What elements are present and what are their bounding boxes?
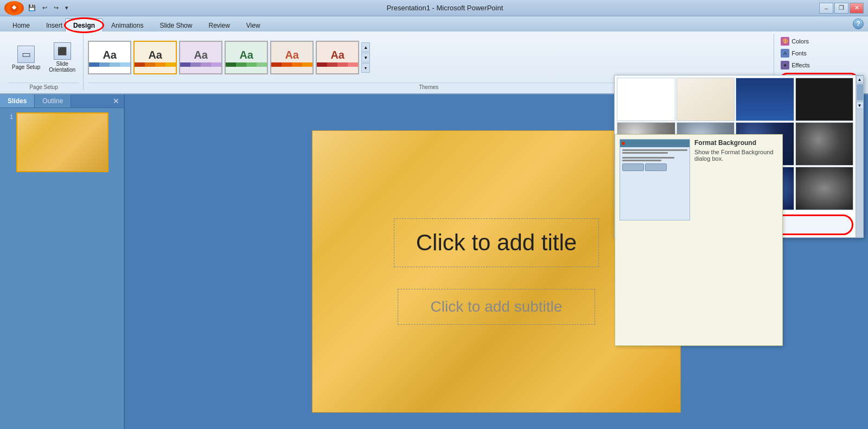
effects-label: Effects — [792, 62, 809, 68]
window-controls: – ❐ ✕ — [819, 3, 864, 14]
sidebar-tab-slides[interactable]: Slides — [0, 94, 35, 108]
bg-swatch-4[interactable] — [795, 78, 854, 121]
themes-gallery: Aa Aa Aa Aa — [88, 34, 769, 81]
theme-scroll-down[interactable]: ▼ — [361, 53, 370, 62]
sidebar: Slides Outline ✕ 1 — [0, 94, 125, 429]
office-button[interactable]: ❖ — [4, 1, 24, 15]
tab-home[interactable]: Home — [4, 18, 38, 31]
title-bar: ❖ 💾 ↩ ↪ ▾ Presentation1 - Microsoft Powe… — [0, 0, 868, 16]
dropdown-scrollbar: ▲ ▼ — [856, 75, 863, 237]
theme-item-4[interactable]: Aa — [225, 41, 268, 74]
tooltip-line-2 — [622, 152, 668, 154]
bg-swatch-12[interactable] — [795, 167, 854, 210]
tooltip-line-3 — [622, 157, 674, 159]
fonts-label: Fonts — [792, 50, 807, 56]
slides-panel: 1 — [0, 108, 124, 429]
slide-title-placeholder: Click to add title — [416, 230, 577, 255]
fonts-icon: A — [781, 49, 789, 58]
tab-slideshow[interactable]: Slide Show — [151, 18, 200, 31]
slide-thumb-image-1[interactable] — [16, 112, 108, 172]
ribbon-tabs: Home Insert Design Animations Slide Show… — [0, 16, 868, 31]
sidebar-close-button[interactable]: ✕ — [108, 94, 124, 108]
tooltip-preview-image — [620, 139, 690, 220]
bg-swatch-3[interactable] — [736, 78, 794, 121]
page-setup-button[interactable]: ▭ Page Setup — [9, 45, 43, 71]
close-button[interactable]: ✕ — [850, 3, 864, 14]
theme-scroll-buttons: ▲ ▼ ▾ — [361, 42, 370, 73]
format-background-tooltip: Format Background Show the Format Backgr… — [615, 134, 783, 346]
colors-button[interactable]: 🎨 Colors — [778, 36, 859, 47]
tab-review[interactable]: Review — [200, 18, 238, 31]
main-area: Slides Outline ✕ 1 Click to add title Cl… — [0, 94, 868, 429]
help-button[interactable]: ? — [853, 18, 864, 29]
tab-view[interactable]: View — [238, 18, 269, 31]
tooltip-text-area: Format Background Show the Format Backgr… — [694, 139, 778, 162]
tooltip-preview-titlebar — [620, 140, 690, 147]
slide-number-1: 1 — [4, 112, 13, 120]
page-setup-label: Page Setup — [12, 64, 40, 70]
theme-more[interactable]: ▾ — [361, 63, 370, 73]
slide-subtitle-box[interactable]: Click to add subtitle — [398, 289, 596, 325]
slide-title-box[interactable]: Click to add title — [394, 218, 599, 267]
bg-swatch-1[interactable] — [617, 78, 675, 121]
theme-scroll-up[interactable]: ▲ — [361, 42, 370, 52]
sidebar-tab-outline[interactable]: Outline — [35, 94, 71, 108]
window-title: Presentation1 - Microsoft PowerPoint — [71, 4, 819, 12]
effects-icon: ● — [781, 61, 789, 70]
save-button[interactable]: 💾 — [26, 3, 38, 12]
tooltip-line-1 — [622, 149, 687, 151]
tooltip-preview-inner — [620, 140, 690, 220]
qat-dropdown[interactable]: ▾ — [63, 3, 71, 12]
scroll-thumb[interactable] — [857, 84, 863, 100]
background-styles-dropdown: 🖼 Format Background... ▲ ▼ — [614, 75, 864, 238]
tooltip-preview-dot — [622, 142, 625, 145]
slide-orientation-button[interactable]: ⬛ SlideOrientation — [46, 41, 79, 74]
restore-button[interactable]: ❐ — [834, 3, 848, 14]
redo-button[interactable]: ↪ — [52, 3, 61, 12]
colors-icon: 🎨 — [781, 37, 789, 46]
tab-insert[interactable]: Insert — [38, 18, 65, 31]
fonts-button[interactable]: A Fonts — [778, 48, 859, 59]
theme-item-2[interactable]: Aa — [133, 41, 177, 74]
page-setup-group-label: Page Setup — [9, 83, 79, 90]
sidebar-tabs: Slides Outline ✕ — [0, 94, 124, 108]
slide-subtitle-placeholder: Click to add subtitle — [431, 298, 563, 315]
tab-design[interactable]: Design — [65, 18, 103, 31]
theme-item-3[interactable]: Aa — [179, 41, 222, 74]
effects-button[interactable]: ● Effects — [778, 60, 859, 71]
scroll-up-arrow[interactable]: ▲ — [856, 75, 864, 83]
theme-item-6[interactable]: Aa — [316, 41, 359, 74]
page-setup-icon: ▭ — [17, 46, 35, 63]
tooltip-line-4 — [622, 160, 661, 161]
colors-label: Colors — [792, 38, 809, 45]
slide-orientation-icon: ⬛ — [54, 42, 71, 60]
title-bar-left: ❖ 💾 ↩ ↪ ▾ — [4, 1, 71, 15]
page-setup-btns: ▭ Page Setup ⬛ SlideOrientation — [9, 34, 79, 81]
tab-animations[interactable]: Animations — [103, 18, 151, 31]
undo-button[interactable]: ↩ — [40, 3, 49, 12]
bg-swatch-2[interactable] — [676, 78, 735, 121]
tooltip-desc: Show the Format Background dialog box. — [694, 149, 778, 162]
slide-thumbnail-1: 1 — [4, 112, 119, 172]
theme-item-1[interactable]: Aa — [88, 41, 131, 74]
bg-swatch-8[interactable] — [795, 122, 854, 166]
page-setup-group: ▭ Page Setup ⬛ SlideOrientation Page Set… — [4, 34, 84, 90]
minimize-button[interactable]: – — [819, 3, 833, 14]
scroll-down-arrow[interactable]: ▼ — [856, 102, 864, 109]
tooltip-preview-body — [620, 147, 690, 220]
slide-orientation-label: SlideOrientation — [49, 61, 75, 73]
theme-item-5[interactable]: Aa — [270, 41, 314, 74]
tooltip-title: Format Background — [694, 139, 778, 147]
